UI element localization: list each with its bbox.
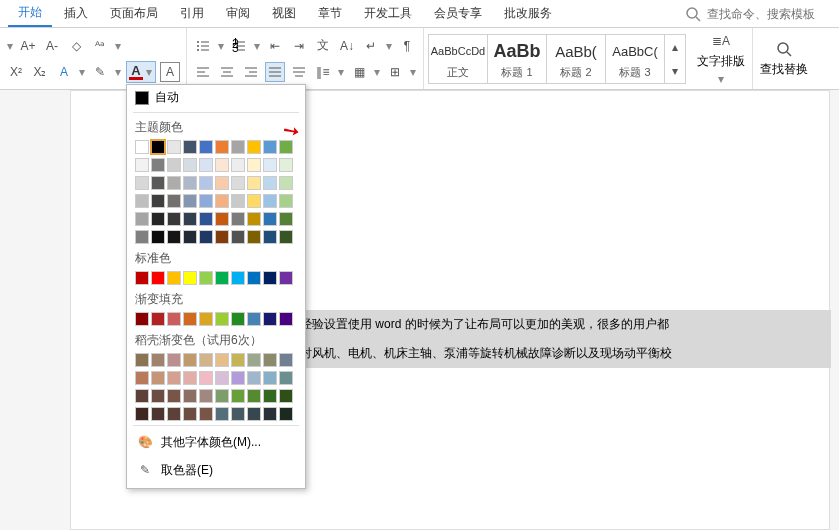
eyedropper-row[interactable]: ✎ 取色器(E): [127, 456, 305, 484]
color-swatch[interactable]: [135, 371, 149, 385]
more-colors-row[interactable]: 🎨 其他字体颜色(M)...: [127, 428, 305, 456]
color-swatch[interactable]: [263, 194, 277, 208]
color-swatch[interactable]: [135, 158, 149, 172]
increase-indent-icon[interactable]: ⇥: [289, 36, 309, 56]
color-swatch[interactable]: [263, 176, 277, 190]
color-swatch[interactable]: [183, 312, 197, 326]
color-swatch[interactable]: [247, 389, 261, 403]
color-swatch[interactable]: [279, 176, 293, 190]
style-more-icon[interactable]: ▾: [665, 59, 685, 83]
color-swatch[interactable]: [231, 353, 245, 367]
color-swatch[interactable]: [215, 140, 229, 154]
color-swatch[interactable]: [199, 158, 213, 172]
color-swatch[interactable]: [247, 158, 261, 172]
style-heading2[interactable]: AaBb(标题 2: [546, 34, 606, 84]
color-swatch[interactable]: [215, 176, 229, 190]
subscript-icon[interactable]: X₂: [30, 62, 50, 82]
tab-devtools[interactable]: 开发工具: [354, 1, 422, 26]
color-swatch[interactable]: [231, 407, 245, 421]
color-swatch[interactable]: [151, 407, 165, 421]
line-icon[interactable]: ↵: [361, 36, 381, 56]
number-list-icon[interactable]: 123: [229, 36, 249, 56]
color-swatch[interactable]: [167, 407, 181, 421]
color-swatch[interactable]: [263, 158, 277, 172]
tab-review[interactable]: 审阅: [216, 1, 260, 26]
color-swatch[interactable]: [167, 353, 181, 367]
border-icon[interactable]: ⊞: [385, 62, 405, 82]
color-swatch[interactable]: [135, 271, 149, 285]
color-swatch[interactable]: [263, 212, 277, 226]
color-swatch[interactable]: [199, 353, 213, 367]
color-swatch[interactable]: [135, 353, 149, 367]
tab-reference[interactable]: 引用: [170, 1, 214, 26]
color-swatch[interactable]: [279, 230, 293, 244]
color-swatch[interactable]: [231, 140, 245, 154]
color-swatch[interactable]: [135, 212, 149, 226]
color-swatch[interactable]: [151, 271, 165, 285]
color-swatch[interactable]: [199, 140, 213, 154]
color-swatch[interactable]: [167, 194, 181, 208]
color-swatch[interactable]: [135, 312, 149, 326]
color-swatch[interactable]: [247, 312, 261, 326]
color-swatch[interactable]: [231, 271, 245, 285]
color-swatch[interactable]: [247, 353, 261, 367]
tab-view[interactable]: 视图: [262, 1, 306, 26]
style-normal[interactable]: AaBbCcDd正文: [428, 34, 488, 84]
color-swatch[interactable]: [279, 312, 293, 326]
color-swatch[interactable]: [135, 194, 149, 208]
color-swatch[interactable]: [247, 194, 261, 208]
color-swatch[interactable]: [263, 371, 277, 385]
color-swatch[interactable]: [263, 312, 277, 326]
color-swatch[interactable]: [183, 194, 197, 208]
clear-format-icon[interactable]: ◇: [66, 36, 86, 56]
color-swatch[interactable]: [167, 158, 181, 172]
color-swatch[interactable]: [231, 176, 245, 190]
color-swatch[interactable]: [183, 371, 197, 385]
color-swatch[interactable]: [167, 371, 181, 385]
color-swatch[interactable]: [279, 389, 293, 403]
color-swatch[interactable]: [151, 371, 165, 385]
change-case-icon[interactable]: ᴬᵃ: [90, 36, 110, 56]
color-swatch[interactable]: [167, 140, 181, 154]
text-wrap-button[interactable]: ≣A 文字排版▾: [696, 31, 746, 86]
color-swatch[interactable]: [151, 312, 165, 326]
color-swatch[interactable]: [199, 176, 213, 190]
superscript-icon[interactable]: X²: [6, 62, 26, 82]
phonetic-icon[interactable]: 文: [313, 36, 333, 56]
color-swatch[interactable]: [279, 212, 293, 226]
align-distribute-icon[interactable]: [289, 62, 309, 82]
color-swatch[interactable]: [199, 194, 213, 208]
tab-section[interactable]: 章节: [308, 1, 352, 26]
increase-font-icon[interactable]: A+: [18, 36, 38, 56]
color-swatch[interactable]: [247, 212, 261, 226]
color-swatch[interactable]: [215, 353, 229, 367]
color-swatch[interactable]: [199, 271, 213, 285]
bullet-list-icon[interactable]: [193, 36, 213, 56]
color-swatch[interactable]: [199, 312, 213, 326]
color-swatch[interactable]: [167, 312, 181, 326]
color-swatch[interactable]: [215, 230, 229, 244]
color-swatch[interactable]: [199, 371, 213, 385]
highlight-icon[interactable]: ✎: [90, 62, 110, 82]
color-swatch[interactable]: [215, 212, 229, 226]
color-swatch[interactable]: [247, 271, 261, 285]
color-swatch[interactable]: [215, 312, 229, 326]
color-swatch[interactable]: [183, 176, 197, 190]
color-swatch[interactable]: [263, 407, 277, 421]
color-swatch[interactable]: [135, 176, 149, 190]
style-heading3[interactable]: AaBbC(标题 3: [605, 34, 665, 84]
color-swatch[interactable]: [231, 212, 245, 226]
tab-insert[interactable]: 插入: [54, 1, 98, 26]
font-color-button[interactable]: A ▾: [126, 61, 156, 83]
color-swatch[interactable]: [263, 353, 277, 367]
tab-pagelayout[interactable]: 页面布局: [100, 1, 168, 26]
dropdown-icon[interactable]: ▾: [6, 39, 14, 53]
color-swatch[interactable]: [135, 140, 149, 154]
color-swatch[interactable]: [151, 194, 165, 208]
color-swatch[interactable]: [183, 230, 197, 244]
align-left-icon[interactable]: [193, 62, 213, 82]
color-swatch[interactable]: [279, 194, 293, 208]
color-swatch[interactable]: [215, 371, 229, 385]
color-swatch[interactable]: [231, 389, 245, 403]
style-scroll-up-icon[interactable]: ▴: [665, 35, 685, 59]
